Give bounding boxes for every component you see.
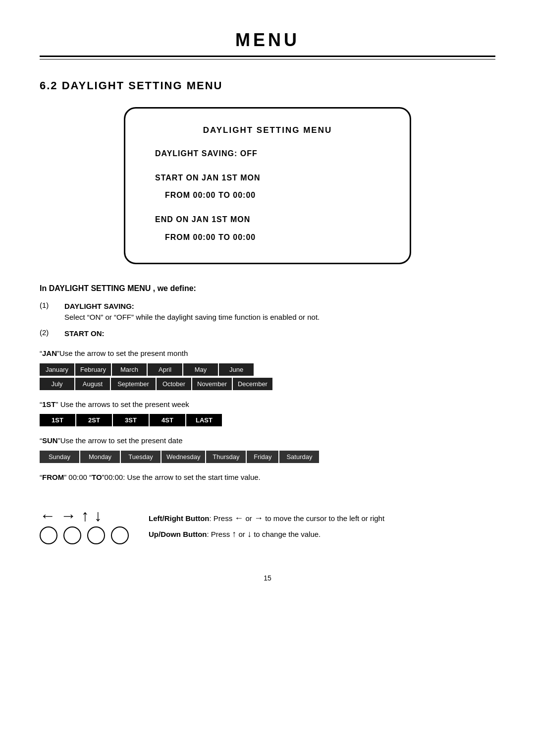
down-arrow-icon: ↓ [94,508,102,523]
arrow-symbols: ← → ↑ ↓ [40,508,129,544]
day-sunday: Sunday [40,451,79,463]
left-arrow-icon: ← [40,508,55,523]
circle-row [40,526,129,544]
right-arrow-icon: → [60,508,76,523]
week-last: LAST [186,414,222,426]
week-label: “1ST” Use the arrows to set the present … [40,399,495,410]
leftright-press: Press [214,514,232,523]
down-arrow-inline: ↓ [247,529,252,539]
month-march: March [112,363,147,376]
item-2-num: (2) [40,328,64,340]
item-1: (1) DAYLIGHT SAVING: Select “ON” or “OFF… [40,301,495,323]
days-row: Sunday Monday Tuesday Wednesday Thursday… [40,451,495,463]
item-1-num: (1) [40,301,64,323]
menu-box-line3: FROM 00:00 TO 00:00 [165,188,380,202]
month-july: July [40,378,74,390]
updown-press: Press [211,530,230,538]
page-number: 15 [40,574,495,582]
menu-box: DAYLIGHT SETTING MENU DAYLIGHT SAVING: O… [124,107,411,264]
week-1st: 1ST [40,414,75,426]
menu-box-line2: START ON JAN 1ST MON [155,171,380,184]
item-2-label: START ON: [64,329,105,338]
day-saturday: Saturday [279,451,319,463]
month-february: February [75,363,111,376]
circle-1 [40,526,57,544]
arrow-section: ← → ↑ ↓ Left/Right Button: Press ← or → … [40,508,495,544]
define-heading: In DAYLIGHT SETTING MENU , we define: [40,284,495,293]
day-label: “SUN”Use the arrow to set the present da… [40,435,495,447]
circle-4 [111,526,129,544]
menu-box-line1: DAYLIGHT SAVING: OFF [155,147,380,160]
day-friday: Friday [247,451,278,463]
month-september: September [111,378,156,390]
updown-label: Up/Down Button [149,530,207,538]
week-3st: 3ST [113,414,149,426]
section-heading: 6.2 DAYLIGHT SETTING MENU [40,79,495,92]
updown-desc: to change the value. [254,530,321,538]
jan-label: “JAN”Use the arrow to set the present mo… [40,348,495,359]
item-1-label: DAYLIGHT SAVING: [64,302,134,310]
updown-or: or [239,530,245,538]
months-row2: July August September October November D… [40,378,495,390]
weeks-row: 1ST 2ST 3ST 4ST LAST [40,414,495,426]
up-arrow-icon: ↑ [81,508,89,523]
month-may: May [183,363,218,376]
months-row1: January February March April May June [40,363,495,376]
from-label: “FROM” 00:00 “TO”00:00: Use the arrow to… [40,472,495,483]
day-monday: Monday [80,451,120,463]
right-arrow-inline: → [254,513,263,523]
updown-button-desc: Up/Down Button: Press ↑ or ↓ to change t… [149,526,384,542]
left-arrow-inline: ← [234,513,243,523]
button-descriptions: Left/Right Button: Press ← or → to move … [149,510,384,542]
leftright-button-desc: Left/Right Button: Press ← or → to move … [149,510,384,526]
day-tuesday: Tuesday [121,451,160,463]
page-title: MENU [40,30,495,51]
month-august: August [75,378,110,390]
arrow-row: ← → ↑ ↓ [40,508,102,523]
circle-2 [63,526,81,544]
week-2st: 2ST [76,414,112,426]
week-4st: 4ST [150,414,185,426]
item-1-desc: Select “ON” or “OFF” while the daylight … [64,313,320,321]
up-arrow-inline: ↑ [232,529,236,539]
leftright-label: Left/Right Button [149,514,209,523]
month-november: November [192,378,232,390]
month-april: April [148,363,182,376]
menu-box-line4: END ON JAN 1ST MON [155,213,380,226]
month-january: January [40,363,74,376]
menu-box-line5: FROM 00:00 TO 00:00 [165,231,380,244]
leftright-desc: to move the cursor to the left or right [265,514,384,523]
month-october: October [157,378,191,390]
item-2: (2) START ON: [40,328,495,340]
leftright-or: or [246,514,252,523]
month-june: June [219,363,254,376]
menu-box-title: DAYLIGHT SETTING MENU [155,123,380,138]
day-wednesday: Wednesday [161,451,205,463]
item-2-content: START ON: [64,328,105,340]
day-thursday: Thursday [206,451,246,463]
month-december: December [233,378,272,390]
circle-3 [87,526,105,544]
item-1-content: DAYLIGHT SAVING: Select “ON” or “OFF” wh… [64,301,320,323]
